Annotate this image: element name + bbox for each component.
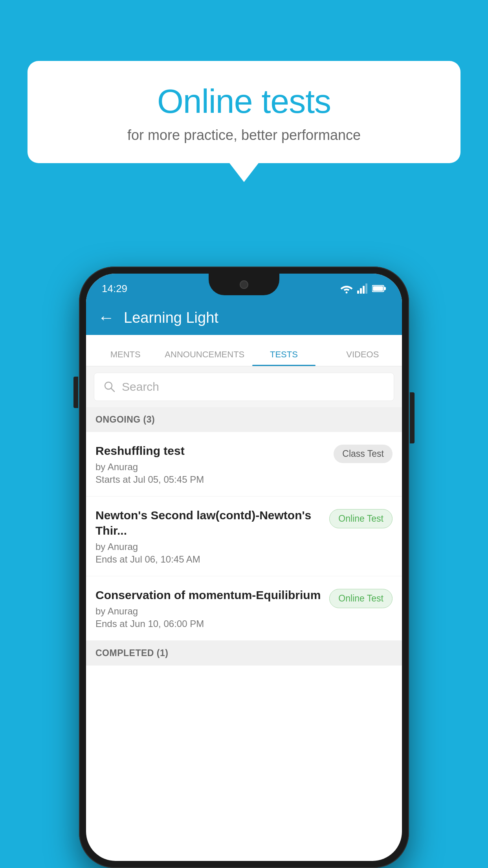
phone-device: 14:29	[79, 267, 409, 868]
status-icons	[340, 283, 386, 294]
svg-rect-2	[360, 288, 362, 294]
tab-announcements[interactable]: ANNOUNCEMENTS	[165, 349, 244, 366]
test-badge-2: Online Test	[329, 509, 393, 528]
app-title: Learning Light	[124, 309, 218, 326]
tabs-bar: MENTS ANNOUNCEMENTS TESTS VIDEOS	[86, 335, 402, 366]
test-item-1[interactable]: Reshuffling test by Anurag Starts at Jul…	[86, 432, 402, 497]
signal-icon	[357, 283, 368, 294]
test-info-1: Reshuffling test by Anurag Starts at Jul…	[95, 443, 327, 485]
test-author-1: by Anurag	[95, 462, 327, 473]
svg-point-0	[346, 292, 348, 294]
test-time-value-2: Jul 06, 10:45 AM	[130, 554, 200, 565]
test-author-3: by Anurag	[95, 606, 323, 617]
svg-rect-4	[365, 283, 367, 294]
test-name-1: Reshuffling test	[95, 443, 327, 458]
tab-videos[interactable]: VIDEOS	[323, 349, 402, 366]
test-time-label-2: Ends at	[95, 554, 127, 565]
status-time: 14:29	[102, 283, 127, 295]
completed-section-header: COMPLETED (1)	[86, 641, 402, 666]
test-item-2[interactable]: Newton's Second law(contd)-Newton's Thir…	[86, 497, 402, 576]
test-time-3: Ends at Jun 10, 06:00 PM	[95, 618, 323, 629]
app-header: ← Learning Light	[86, 300, 402, 335]
test-badge-3: Online Test	[329, 589, 393, 608]
speech-bubble: Online tests for more practice, better p…	[28, 61, 460, 163]
test-name-3: Conservation of momentum-Equilibrium	[95, 587, 323, 603]
test-time-label-1: Starts at	[95, 474, 130, 485]
back-button[interactable]: ←	[98, 308, 114, 327]
svg-rect-1	[357, 291, 359, 294]
search-box[interactable]: Search	[94, 373, 394, 401]
bubble-subtitle: for more practice, better performance	[51, 127, 437, 143]
test-badge-1: Class Test	[334, 445, 393, 463]
svg-rect-6	[384, 287, 386, 290]
search-icon	[104, 381, 116, 393]
wifi-icon	[340, 283, 353, 294]
camera-notch	[240, 280, 248, 289]
phone-notch	[209, 274, 279, 295]
phone-outer-frame: 14:29	[79, 267, 409, 868]
test-item-3[interactable]: Conservation of momentum-Equilibrium by …	[86, 576, 402, 641]
test-info-3: Conservation of momentum-Equilibrium by …	[95, 587, 323, 629]
ongoing-section-header: ONGOING (3)	[86, 407, 402, 432]
test-name-2: Newton's Second law(contd)-Newton's Thir…	[95, 508, 323, 538]
test-time-label-3: Ends at	[95, 618, 127, 629]
svg-line-9	[111, 388, 115, 392]
test-info-2: Newton's Second law(contd)-Newton's Thir…	[95, 508, 323, 565]
test-author-2: by Anurag	[95, 541, 323, 552]
tab-tests[interactable]: TESTS	[244, 349, 323, 366]
test-time-2: Ends at Jul 06, 10:45 AM	[95, 554, 323, 565]
test-time-value-1: Jul 05, 05:45 PM	[133, 474, 204, 485]
svg-rect-7	[373, 286, 383, 291]
tab-ments[interactable]: MENTS	[86, 349, 165, 366]
search-container: Search	[86, 366, 402, 407]
svg-rect-3	[363, 286, 365, 294]
search-placeholder: Search	[122, 380, 159, 394]
bubble-title: Online tests	[51, 83, 437, 120]
test-time-1: Starts at Jul 05, 05:45 PM	[95, 474, 327, 485]
battery-icon	[372, 285, 386, 292]
phone-screen: 14:29	[86, 274, 402, 861]
test-time-value-3: Jun 10, 06:00 PM	[130, 618, 204, 629]
